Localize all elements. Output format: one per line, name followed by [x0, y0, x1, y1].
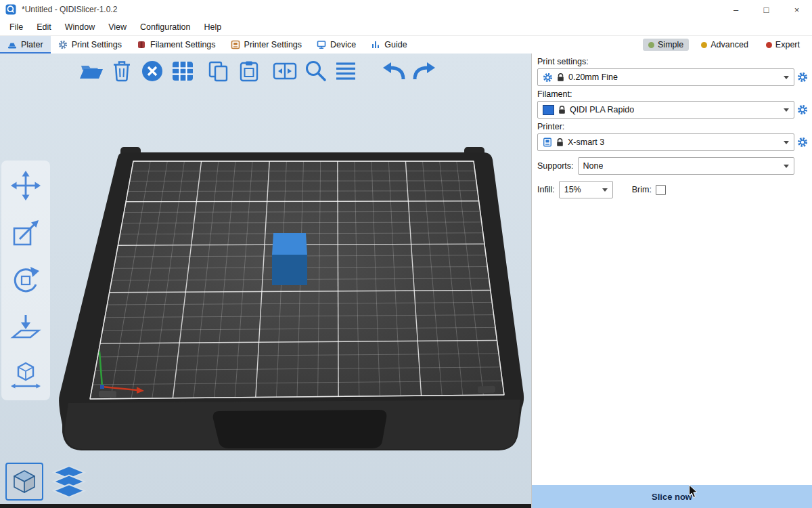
tab-print-settings[interactable]: Print Settings [51, 36, 129, 54]
tab-guide[interactable]: Guide [363, 36, 414, 54]
place-on-face-icon [10, 312, 41, 343]
view-switcher [5, 463, 88, 501]
gear-icon [797, 72, 808, 83]
3d-view-button[interactable] [5, 463, 43, 501]
tab-filament-settings[interactable]: Filament Settings [129, 36, 223, 54]
measure-button[interactable] [8, 358, 43, 392]
settings-sidebar: Print settings: 0.20mm Fine Filament: [531, 54, 812, 508]
gear-icon [797, 104, 808, 115]
menu-view[interactable]: View [102, 22, 133, 32]
arrange-button[interactable] [167, 56, 198, 86]
chevron-down-icon [602, 188, 608, 192]
infill-combo[interactable]: 15% [559, 181, 613, 198]
gear-icon [543, 72, 553, 83]
copy-button[interactable] [203, 56, 233, 86]
3d-viewport [0, 54, 531, 508]
delete-all-icon [140, 59, 164, 83]
delete-all-button[interactable] [137, 56, 167, 86]
move-button[interactable] [8, 169, 43, 203]
layers-view-icon [52, 466, 86, 497]
redo-icon [411, 60, 437, 82]
delete-icon [112, 60, 132, 82]
menu-edit[interactable]: Edit [30, 22, 58, 32]
copy-icon [208, 60, 229, 82]
print-settings-gear-button[interactable] [794, 69, 811, 85]
paste-button[interactable] [233, 56, 264, 86]
advanced-dot-icon [701, 42, 707, 48]
layers-view-button[interactable] [50, 463, 88, 501]
menu-window[interactable]: Window [58, 22, 102, 32]
model-cube[interactable] [272, 233, 307, 285]
window-title: *Untitled - QIDISlicer-1.0.2 [22, 5, 721, 14]
open-button[interactable] [76, 56, 106, 86]
mode-simple[interactable]: Simple [643, 39, 689, 51]
title-bar: *Untitled - QIDISlicer-1.0.2 – □ × [0, 0, 812, 19]
scale-button[interactable] [8, 216, 43, 250]
filament-icon [137, 40, 146, 49]
mode-advanced[interactable]: Advanced [696, 39, 754, 51]
filament-label: Filament: [537, 89, 807, 99]
tab-plater[interactable]: Plater [0, 36, 51, 54]
filament-combo[interactable]: QIDI PLA Rapido [537, 101, 794, 119]
arrange-icon [171, 60, 194, 82]
paste-icon [239, 60, 259, 82]
brim-checkbox[interactable] [656, 185, 666, 195]
redo-button[interactable] [409, 56, 439, 86]
gear-icon [58, 40, 68, 49]
viewport-toolbar [76, 56, 439, 86]
layers-button[interactable] [330, 56, 361, 86]
mode-selector: Simple Advanced Expert [643, 36, 812, 54]
menu-help[interactable]: Help [197, 22, 228, 32]
filament-gear-button[interactable] [794, 102, 811, 118]
delete-button[interactable] [106, 56, 137, 86]
supports-combo[interactable]: None [578, 157, 794, 175]
place-on-face-button[interactable] [8, 311, 43, 345]
mode-expert[interactable]: Expert [761, 39, 805, 51]
chevron-down-icon [784, 108, 789, 112]
chevron-down-icon [784, 141, 789, 144]
printer-gear-button[interactable] [794, 134, 811, 150]
manipulation-toolbar [1, 161, 50, 400]
printer-label: Printer: [537, 122, 807, 131]
printer-combo[interactable]: X-smart 3 [537, 133, 794, 151]
device-icon [317, 40, 326, 49]
maximize-button[interactable]: □ [751, 0, 782, 19]
print-settings-label: Print settings: [537, 57, 807, 66]
tab-device[interactable]: Device [309, 36, 363, 54]
lock-icon [558, 106, 566, 114]
search-button[interactable] [300, 56, 330, 86]
undo-button[interactable] [378, 56, 409, 86]
chevron-down-icon [784, 165, 789, 168]
rotate-button[interactable] [8, 263, 43, 297]
printer-icon [231, 40, 240, 49]
expert-dot-icon [766, 42, 772, 48]
filament-color-swatch [543, 105, 554, 115]
lock-icon [557, 73, 564, 82]
minimize-button[interactable]: – [721, 0, 751, 19]
simple-dot-icon [648, 42, 654, 48]
lock-icon [556, 138, 564, 147]
close-button[interactable]: × [782, 0, 812, 19]
tab-bar: Plater Print Settings Filament Settings … [0, 35, 812, 54]
bottom-bar [0, 504, 531, 508]
tab-printer-settings[interactable]: Printer Settings [223, 36, 309, 54]
menu-configuration[interactable]: Configuration [133, 22, 197, 32]
chevron-down-icon [784, 76, 789, 79]
3d-view-cube-icon [11, 468, 38, 495]
printer-icon [543, 137, 552, 147]
menu-file[interactable]: File [3, 22, 30, 32]
3d-viewport-canvas[interactable] [0, 54, 531, 508]
measure-icon [10, 360, 41, 391]
menu-bar: File Edit Window View Configuration Help [0, 19, 812, 35]
infill-label: Infill: [537, 185, 555, 194]
print-settings-combo[interactable]: 0.20mm Fine [537, 68, 794, 86]
brim-label: Brim: [632, 185, 652, 194]
split-icon [273, 60, 297, 82]
gear-icon [797, 137, 808, 148]
plater-icon [7, 40, 17, 49]
undo-icon [381, 60, 407, 82]
slice-now-button[interactable]: Slice now [532, 485, 812, 508]
layers-icon [334, 61, 357, 81]
split-button[interactable] [269, 56, 300, 86]
open-icon [78, 60, 104, 82]
